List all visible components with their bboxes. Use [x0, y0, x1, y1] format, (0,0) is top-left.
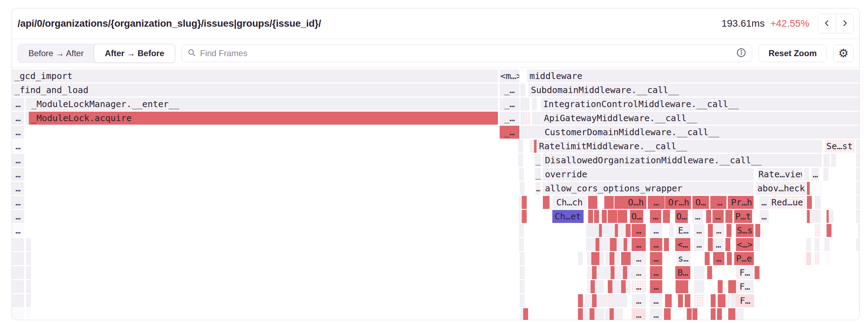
flame-fragment[interactable]	[519, 224, 524, 237]
flame-fragment[interactable]	[825, 252, 830, 265]
flame-fragment[interactable]	[687, 308, 692, 320]
flame-frame[interactable]: S…s	[736, 224, 754, 237]
flame-frame[interactable]: …	[694, 238, 704, 251]
flame-fragment[interactable]	[859, 238, 859, 251]
flame-frame[interactable]: _…	[535, 154, 541, 167]
flame-fragment[interactable]	[26, 308, 31, 320]
toggle-after-before[interactable]: After → Before	[94, 44, 175, 63]
flame-frame[interactable]: …	[12, 98, 24, 111]
flame-fragment[interactable]	[520, 280, 525, 293]
flame-fragment[interactable]	[520, 294, 525, 307]
flame-fragment[interactable]	[856, 154, 859, 167]
flame-frame[interactable]: …	[12, 140, 24, 153]
flame-frame[interactable]: P…t	[734, 210, 752, 223]
flame-fragment[interactable]	[824, 238, 829, 251]
flame-frame[interactable]: …	[12, 168, 24, 181]
flame-frame[interactable]: …	[12, 196, 24, 209]
flame-frame[interactable]: …	[632, 252, 646, 265]
flame-frame[interactable]: …	[760, 196, 769, 209]
flame-fragment[interactable]	[831, 154, 836, 167]
flame-frame[interactable]: allow_cors_options_wrapper	[542, 182, 754, 195]
flame-fragment[interactable]	[26, 238, 31, 251]
flame-fragment[interactable]	[519, 238, 524, 251]
prev-button[interactable]	[818, 14, 836, 33]
flame-fragment[interactable]	[612, 210, 617, 223]
flame-fragment[interactable]	[592, 196, 597, 209]
flame-frame[interactable]: Ch…et	[552, 210, 584, 223]
flame-fragment[interactable]	[815, 210, 821, 223]
flame-frame[interactable]: …	[650, 280, 662, 293]
flame-fragment[interactable]	[707, 266, 712, 279]
flame-fragment[interactable]	[711, 294, 716, 307]
flame-fragment[interactable]	[627, 266, 632, 279]
flame-fragment[interactable]	[627, 238, 632, 251]
flame-frame[interactable]: _ModuleLockManager.__enter__	[29, 98, 498, 111]
flame-fragment[interactable]	[12, 238, 24, 251]
flame-fragment[interactable]	[626, 224, 631, 237]
flame-fragment[interactable]	[755, 224, 760, 237]
flame-fragment[interactable]	[807, 196, 812, 209]
flame-fragment[interactable]	[856, 168, 859, 181]
flame-frame[interactable]: middleware	[527, 70, 859, 83]
flame-fragment[interactable]	[664, 238, 669, 251]
flame-fragment[interactable]	[806, 238, 811, 251]
flame-fragment[interactable]	[534, 126, 539, 139]
flame-fragment[interactable]	[731, 294, 736, 307]
flame-fragment[interactable]	[622, 210, 627, 223]
flame-frame[interactable]: F…	[736, 266, 754, 279]
flame-fragment[interactable]	[815, 224, 821, 237]
flame-fragment[interactable]	[520, 182, 525, 195]
flame-frame[interactable]: …	[650, 238, 662, 251]
flame-fragment[interactable]	[727, 252, 732, 265]
flame-fragment[interactable]	[597, 294, 601, 307]
flame-fragment[interactable]	[755, 266, 760, 279]
flame-fragment[interactable]	[856, 140, 859, 153]
flame-frame[interactable]: RatelimitMiddleware.__call__	[537, 140, 822, 153]
flame-frame[interactable]: O…	[692, 196, 709, 209]
flame-fragment[interactable]	[592, 294, 597, 307]
flame-frame[interactable]: ApiGatewayMiddleware.__call__	[541, 112, 859, 125]
flame-frame[interactable]: _find_and_load	[12, 84, 498, 97]
flame-frame[interactable]: SubdomainMiddleware.__call__	[528, 84, 859, 97]
flame-frame[interactable]: …	[535, 182, 540, 195]
flame-fragment[interactable]	[26, 252, 31, 265]
flame-fragment[interactable]	[519, 168, 524, 181]
flame-frame[interactable]: …	[12, 112, 24, 125]
flame-frame[interactable]: DisallowedOrganizationMiddleware.__call_…	[542, 154, 822, 167]
flame-frame[interactable]: _ModuleLock.acquire	[29, 112, 498, 125]
flame-frame[interactable]: s…	[676, 252, 690, 265]
flame-fragment[interactable]	[536, 112, 541, 125]
flame-fragment[interactable]	[823, 168, 828, 181]
flame-frame[interactable]: _…	[535, 168, 541, 181]
flame-frame[interactable]: …	[650, 308, 662, 320]
flame-fragment[interactable]	[621, 280, 626, 293]
flame-frame[interactable]: Ch…ch	[552, 196, 587, 209]
flame-fragment[interactable]	[12, 266, 24, 279]
flame-fragment[interactable]	[523, 308, 528, 320]
flame-frame[interactable]: O…	[630, 210, 643, 223]
flame-fragment[interactable]	[520, 252, 525, 265]
flame-fragment[interactable]	[12, 294, 24, 307]
flame-fragment[interactable]	[815, 252, 820, 265]
flame-frame[interactable]: …	[713, 224, 724, 237]
flame-frame[interactable]: override	[542, 168, 754, 181]
flame-fragment[interactable]	[708, 224, 713, 237]
find-frames-search[interactable]	[182, 45, 752, 62]
flame-fragment[interactable]	[829, 210, 834, 223]
flame-fragment[interactable]	[618, 308, 623, 320]
flame-fragment[interactable]	[810, 210, 815, 223]
flame-fragment[interactable]	[815, 196, 821, 209]
flame-frame[interactable]: …	[632, 294, 646, 307]
flame-fragment[interactable]	[814, 182, 822, 195]
flame-frame[interactable]: …	[650, 210, 661, 223]
flame-fragment[interactable]	[858, 266, 859, 279]
flame-frame[interactable]: …	[694, 224, 704, 237]
flame-frame[interactable]: …	[632, 280, 646, 293]
info-icon[interactable]	[736, 48, 746, 59]
flame-fragment[interactable]	[858, 224, 859, 237]
flame-fragment[interactable]	[520, 266, 525, 279]
flame-fragment[interactable]	[728, 210, 732, 223]
flame-frame[interactable]: Rate…view	[758, 168, 802, 181]
flame-fragment[interactable]	[666, 308, 671, 320]
flame-fragment[interactable]	[856, 182, 859, 195]
